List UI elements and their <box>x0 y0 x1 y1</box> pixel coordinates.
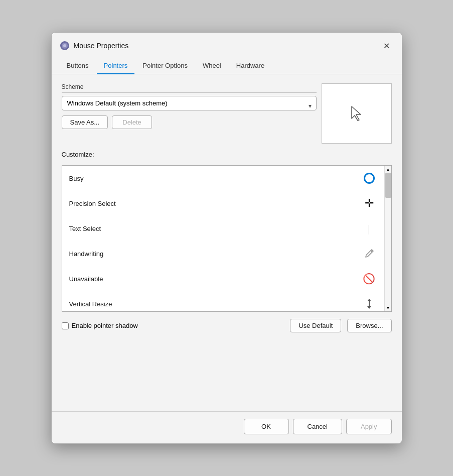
handwriting-icon <box>361 246 377 262</box>
list-item[interactable]: Vertical Resize <box>62 291 384 311</box>
text-select-icon: | <box>361 220 377 236</box>
use-default-button[interactable]: Use Default <box>290 319 341 332</box>
title-bar: Mouse Properties ✕ <box>52 33 402 58</box>
scrollbar[interactable]: ▲ ▼ <box>384 166 391 311</box>
browse-button[interactable]: Browse... <box>347 319 391 332</box>
busy-icon <box>361 170 377 186</box>
delete-button[interactable]: Delete <box>112 115 152 129</box>
cursor-list: Busy Precision Select ✛ Text Select <box>62 166 391 311</box>
scheme-dropdown[interactable]: Windows Default (system scheme) Windows … <box>62 96 317 110</box>
cursor-item-name: Handwriting <box>69 250 361 258</box>
precision-select-icon: ✛ <box>361 195 377 211</box>
vertical-resize-icon <box>361 296 377 311</box>
cursor-item-name: Text Select <box>69 225 361 232</box>
list-item[interactable]: Text Select | <box>62 216 384 241</box>
scheme-preview <box>322 83 392 144</box>
list-item[interactable]: Busy <box>62 166 384 191</box>
enable-shadow-checkbox[interactable] <box>62 322 69 329</box>
apply-button[interactable]: Apply <box>346 419 392 434</box>
bottom-options: Enable pointer shadow Use Default Browse… <box>62 319 392 332</box>
scheme-left: Scheme Windows Default (system scheme) W… <box>62 83 317 129</box>
svg-point-2 <box>63 44 66 47</box>
cancel-button[interactable]: Cancel <box>293 419 342 434</box>
cursor-item-name: Vertical Resize <box>69 300 361 308</box>
dialog-icon <box>60 41 70 51</box>
dialog-footer: OK Cancel Apply <box>52 411 402 443</box>
list-item[interactable]: Precision Select ✛ <box>62 191 384 216</box>
tab-pointer-options[interactable]: Pointer Options <box>135 58 195 74</box>
dialog-body: Scheme Windows Default (system scheme) W… <box>52 74 402 411</box>
preview-cursor-icon <box>350 105 364 122</box>
ok-button[interactable]: OK <box>244 419 289 434</box>
tab-hardware[interactable]: Hardware <box>229 58 271 74</box>
tab-buttons[interactable]: Buttons <box>60 58 96 74</box>
enable-shadow-text: Enable pointer shadow <box>72 322 138 329</box>
mouse-properties-dialog: Mouse Properties ✕ Buttons Pointers Poin… <box>51 32 402 444</box>
list-item[interactable]: Unavailable 🚫 <box>62 266 384 291</box>
close-button[interactable]: ✕ <box>380 39 394 53</box>
tab-bar: Buttons Pointers Pointer Options Wheel H… <box>52 58 402 74</box>
dialog-title: Mouse Properties <box>74 42 380 50</box>
scheme-buttons: Save As... Delete <box>62 115 317 129</box>
cursor-item-name: Precision Select <box>69 200 361 207</box>
save-as-button[interactable]: Save As... <box>62 115 108 129</box>
tab-pointers[interactable]: Pointers <box>97 58 135 74</box>
scrollbar-down-button[interactable]: ▼ <box>385 304 392 311</box>
customize-list-container: Busy Precision Select ✛ Text Select <box>62 165 392 312</box>
tab-wheel[interactable]: Wheel <box>196 58 228 74</box>
customize-label: Customize: <box>62 151 392 158</box>
scrollbar-thumb[interactable] <box>385 173 391 198</box>
scheme-dropdown-wrapper: Windows Default (system scheme) Windows … <box>62 96 317 115</box>
list-item[interactable]: Handwriting <box>62 241 384 266</box>
enable-shadow-label[interactable]: Enable pointer shadow <box>62 322 284 329</box>
scrollbar-up-button[interactable]: ▲ <box>385 166 392 173</box>
cursor-item-name: Unavailable <box>69 275 361 283</box>
unavailable-icon: 🚫 <box>361 271 377 287</box>
cursor-item-name: Busy <box>69 175 361 182</box>
scheme-section: Scheme Windows Default (system scheme) W… <box>62 83 392 144</box>
scheme-label: Scheme <box>62 83 317 93</box>
